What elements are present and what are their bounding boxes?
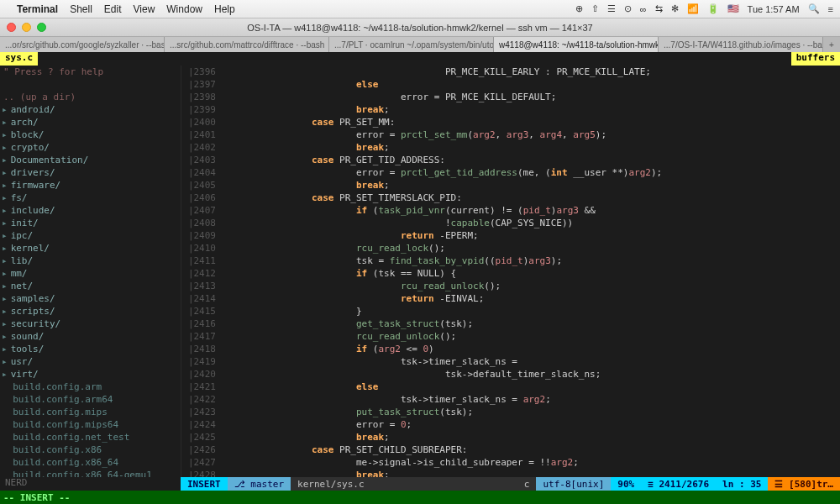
column-segment: ln : 35 — [716, 477, 768, 491]
encoding-segment: utf-8[unix] — [536, 477, 611, 491]
new-tab-button[interactable]: + — [823, 37, 840, 52]
minimize-icon[interactable] — [22, 23, 31, 32]
notification-icon[interactable]: ≡ — [828, 4, 833, 14]
code-area[interactable]: PR_MCE_KILL_EARLY : PR_MCE_KILL_LATE; el… — [223, 66, 840, 477]
status-icon[interactable]: ⇆ — [655, 3, 663, 14]
nerdtree-status: NERD — [0, 477, 181, 491]
terminal-tabbar: ...or/src/github.com/google/syzkaller · … — [0, 37, 840, 52]
menu-view[interactable]: View — [134, 3, 155, 15]
wifi-icon[interactable]: 📶 — [687, 3, 699, 14]
vim-cmdline[interactable]: -- INSERT -- — [0, 491, 840, 504]
menu-window[interactable]: Window — [166, 3, 202, 15]
status-icon[interactable]: ✻ — [671, 3, 679, 14]
status-icon[interactable]: ∞ — [640, 4, 647, 14]
zoom-icon[interactable] — [37, 23, 46, 32]
terminal-tab[interactable]: ...7/OS-I-TA/W4118.github.io/images · --… — [659, 37, 823, 52]
nerdtree-panel[interactable]: " Press ? for help.. (up a dir)▸android/… — [0, 66, 181, 477]
line-gutter: |2396|2397|2398|2399|2400|2401|2402|2403… — [181, 66, 223, 477]
buffers-label[interactable]: buffers — [791, 52, 840, 66]
trailing-segment: ☰ [580]tr… — [768, 477, 840, 491]
terminal-tab[interactable]: ...src/github.com/mattrco/difftrace · --… — [165, 37, 329, 52]
menu-edit[interactable]: Edit — [104, 3, 122, 15]
vim-editor: sys.c buffers " Press ? for help.. (up a… — [0, 52, 840, 504]
clock[interactable]: Tue 1:57 AM — [748, 4, 800, 14]
app-name[interactable]: Terminal — [17, 3, 58, 15]
input-flag[interactable]: 🇺🇸 — [727, 3, 739, 14]
terminal-tab[interactable]: ...or/src/github.com/google/syzkaller · … — [0, 37, 165, 52]
close-icon[interactable] — [7, 23, 16, 32]
macos-menubar: Terminal Shell Edit View Window Help ⊕ ⇧… — [0, 0, 840, 18]
filetype-segment: c — [517, 477, 537, 491]
battery-icon[interactable]: 🔋 — [707, 3, 719, 14]
menubar-status: ⊕ ⇧ ☰ ⊙ ∞ ⇆ ✻ 📶 🔋 🇺🇸 Tue 1:57 AM 🔍 ≡ — [575, 3, 833, 14]
position-segment: ≡ 2411/2676 — [641, 477, 716, 491]
status-icon[interactable]: ☰ — [607, 3, 616, 14]
menu-help[interactable]: Help — [214, 3, 235, 15]
status-icon[interactable]: ⇧ — [591, 3, 599, 14]
window-title: OS-I-TA — w4118@w4118: ~/w4118-ta/soluti… — [247, 23, 592, 33]
terminal-tab[interactable]: w4118@w4118: ~/w4118-ta/solution-hmwk... — [494, 37, 659, 52]
percent-segment: 90% — [611, 477, 641, 491]
buffer-label[interactable]: sys.c — [0, 52, 38, 66]
terminal-tab[interactable]: ...7/PLT · ocamlrun ~/.opam/system/bin/u… — [329, 37, 494, 52]
branch-segment: ⎇ master — [228, 477, 291, 491]
spotlight-icon[interactable]: 🔍 — [808, 3, 820, 14]
filepath-segment: kernel/sys.c — [291, 477, 370, 491]
menu-shell[interactable]: Shell — [70, 3, 92, 15]
airline-statusline: NERD INSERT ⎇ master kernel/sys.c c utf-… — [0, 477, 840, 491]
status-icon[interactable]: ⊙ — [624, 3, 632, 14]
traffic-lights — [7, 23, 46, 32]
mode-segment: INSERT — [181, 477, 228, 491]
window-titlebar[interactable]: OS-I-TA — w4118@w4118: ~/w4118-ta/soluti… — [0, 18, 840, 37]
status-icon[interactable]: ⊕ — [575, 3, 583, 14]
